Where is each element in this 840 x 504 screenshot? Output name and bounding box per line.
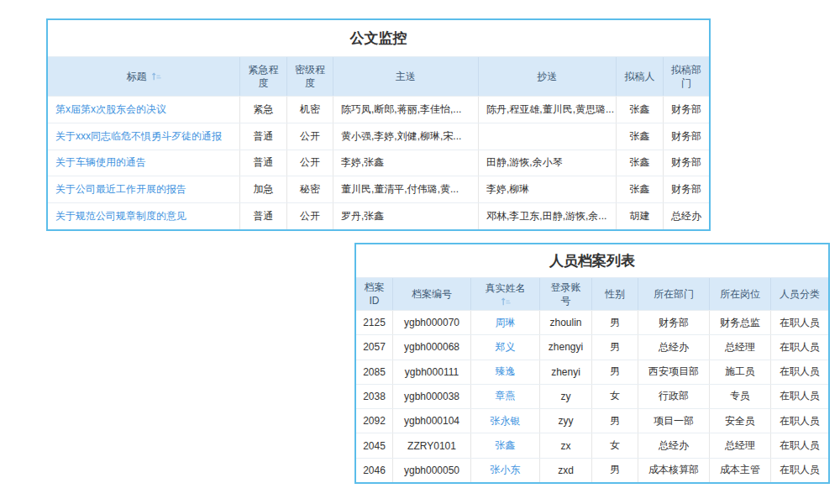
- table-row: 2092 ygbh000104 张永银 zyy 男 项目一部 安全员 在职人员: [356, 408, 828, 433]
- doc-title-link[interactable]: 关于xxx同志临危不惧勇斗歹徒的通报: [55, 129, 222, 144]
- table-cell: 关于xxx同志临危不惧勇斗歹徒的通报: [48, 123, 240, 150]
- table-cell: 专员: [710, 385, 771, 408]
- table-cell: 陈巧凤,断郎,蒋丽,李佳怡,...: [333, 97, 479, 123]
- table-cell: ygbh000050: [393, 459, 471, 482]
- table-cell: 财务部: [638, 311, 710, 334]
- column-header-secrecy: 密级程度: [287, 57, 333, 96]
- sort-icon[interactable]: [151, 71, 161, 81]
- table-cell: 李婷,张鑫: [333, 150, 479, 176]
- table-cell: 黄小强,李婷,刘健,柳琳,宋...: [333, 123, 479, 150]
- table-cell: 关于规范公司规章制度的意见: [48, 203, 240, 229]
- column-header-archive-id: 档案ID: [356, 278, 393, 310]
- doc-title-link[interactable]: 第x届第x次股东会的决议: [55, 102, 166, 117]
- table-cell: 2085: [356, 360, 393, 384]
- table-cell: 邓林,李卫东,田静,游恢,余...: [479, 203, 617, 229]
- table-cell: 紧急: [240, 97, 287, 123]
- table-row: 2125 ygbh000070 周琳 zhoulin 男 财务部 财务总监 在职…: [356, 310, 828, 334]
- table-cell: 成本主管: [710, 459, 771, 482]
- person-name-link[interactable]: 张永银: [491, 414, 521, 428]
- table-cell: 总经办: [664, 203, 709, 229]
- table-cell: 安全员: [710, 409, 771, 433]
- table-cell: 男: [592, 459, 638, 482]
- person-name-link[interactable]: 周琳: [496, 316, 516, 330]
- table-cell: 第x届第x次股东会的决议: [48, 97, 240, 123]
- person-name-link[interactable]: 章燕: [496, 389, 516, 403]
- table-cell: 张鑫: [471, 433, 540, 457]
- column-header-gender: 性别: [592, 278, 638, 310]
- sort-icon[interactable]: [501, 297, 511, 307]
- doc-title-link[interactable]: 关于规范公司规章制度的意见: [55, 209, 186, 223]
- table-cell: 2092: [356, 409, 393, 433]
- table-cell: zx: [540, 433, 592, 457]
- table-cell: 公开: [287, 203, 333, 229]
- personnel-table: 人员档案列表 档案ID 档案编号 真实姓名 登录账号 性别 所在部门 所在岗位 …: [354, 243, 830, 484]
- table-row: 2085 ygbh000111 臻逸 zhenyi 男 西安项目部 施工员 在职…: [356, 360, 828, 384]
- table-cell: 公开: [287, 123, 333, 150]
- table-cell: 张鑫: [617, 150, 664, 176]
- table-cell: 关于车辆使用的通告: [48, 150, 240, 176]
- table-row: 2046 ygbh000050 张小东 zxd 男 成本核算部 成本主管 在职人…: [356, 458, 828, 482]
- table-cell: 行政部: [638, 385, 710, 408]
- table-cell: 胡建: [617, 203, 664, 229]
- column-header-title[interactable]: 标题: [48, 57, 240, 96]
- table-cell: 总经理: [710, 335, 771, 359]
- table-cell: 关于公司最近工作开展的报告: [48, 176, 240, 202]
- table-cell: 公开: [287, 150, 333, 176]
- table-cell: 项目一部: [638, 409, 710, 433]
- table-cell: 郑义: [471, 335, 540, 359]
- column-header-dept: 所在部门: [638, 278, 710, 310]
- table-cell: 男: [592, 311, 638, 334]
- column-header-category: 人员分类: [771, 278, 828, 310]
- table-cell: zy: [540, 385, 592, 408]
- table-cell: 董川民,董清平,付伟璐,黄...: [333, 176, 479, 202]
- column-header-main-send: 主送: [333, 57, 479, 96]
- table-cell: 张鑫: [617, 97, 664, 123]
- person-name-link[interactable]: 郑义: [496, 340, 516, 354]
- table-cell: 财务总监: [710, 311, 771, 334]
- personnel-title: 人员档案列表: [356, 244, 828, 278]
- table-cell: 臻逸: [471, 360, 540, 384]
- table-cell: 总经办: [638, 433, 710, 457]
- table-cell: 罗丹,张鑫: [333, 203, 479, 229]
- table-cell: 在职人员: [771, 360, 828, 384]
- table-cell: 男: [592, 360, 638, 384]
- table-cell: 女: [592, 385, 638, 408]
- doc-monitor-table: 公文监控 标题 紧急程度 密级程度 主送 抄送 拟稿人 拟稿部门 第x届第x次股…: [46, 18, 711, 231]
- table-cell: 总经办: [638, 335, 710, 359]
- table-cell: 普通: [240, 150, 287, 176]
- table-cell: 男: [592, 409, 638, 433]
- table-cell: 2038: [356, 385, 393, 408]
- doc-title-link[interactable]: 关于车辆使用的通告: [55, 155, 146, 170]
- table-cell: 在职人员: [771, 459, 828, 482]
- column-header-draft-dept: 拟稿部门: [664, 57, 709, 96]
- table-cell: 李婷,柳琳: [479, 176, 617, 202]
- person-name-link[interactable]: 张鑫: [496, 438, 516, 453]
- table-cell: 张小东: [471, 459, 540, 482]
- table-row: 关于xxx同志临危不惧勇斗歹徒的通报 普通 公开 黄小强,李婷,刘健,柳琳,宋.…: [48, 123, 709, 150]
- table-row: 关于公司最近工作开展的报告 加急 秘密 董川民,董清平,付伟璐,黄... 李婷,…: [48, 176, 709, 202]
- table-cell: 2125: [356, 311, 393, 334]
- table-cell: ygbh000104: [393, 409, 471, 433]
- doc-title-link[interactable]: 关于公司最近工作开展的报告: [55, 182, 186, 197]
- table-cell: 田静,游恢,余小琴: [479, 150, 617, 176]
- table-row: 第x届第x次股东会的决议 紧急 机密 陈巧凤,断郎,蒋丽,李佳怡,... 陈丹,…: [48, 96, 709, 123]
- person-name-link[interactable]: 臻逸: [496, 365, 516, 379]
- table-cell: 秘密: [287, 176, 333, 202]
- table-cell: 财务部: [664, 150, 709, 176]
- column-header-cc: 抄送: [479, 57, 617, 96]
- table-cell: 张鑫: [617, 123, 664, 150]
- table-cell: 在职人员: [771, 385, 828, 408]
- column-header-real-name[interactable]: 真实姓名: [471, 278, 540, 310]
- column-header-urgency: 紧急程度: [240, 57, 287, 96]
- column-header-login: 登录账号: [540, 278, 592, 310]
- column-header-archive-no: 档案编号: [393, 278, 471, 310]
- table-cell: 章燕: [471, 385, 540, 408]
- person-name-link[interactable]: 张小东: [491, 463, 521, 477]
- table-cell: 财务部: [664, 176, 709, 202]
- table-cell: 张鑫: [617, 176, 664, 202]
- table-cell: 财务部: [664, 123, 709, 150]
- doc-monitor-header-row: 标题 紧急程度 密级程度 主送 抄送 拟稿人 拟稿部门: [48, 57, 709, 96]
- table-cell: 2057: [356, 335, 393, 359]
- table-cell: 在职人员: [771, 409, 828, 433]
- table-cell: 2045: [356, 433, 393, 457]
